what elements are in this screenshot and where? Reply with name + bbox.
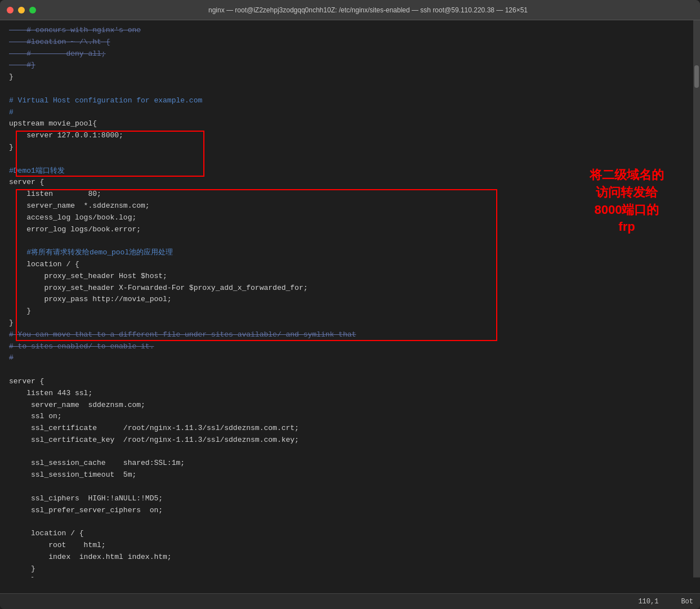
scrollbar-thumb[interactable]: [694, 65, 699, 88]
code-content: # concurs with nginx's one #location ~ /…: [9, 25, 684, 577]
content-area: # concurs with nginx's one #location ~ /…: [0, 20, 700, 593]
window-title: nginx — root@iZ2zehpj3zodgqq0nchh10Z: /e…: [43, 6, 693, 14]
maximize-button[interactable]: [29, 7, 36, 14]
terminal-window: nginx — root@iZ2zehpj3zodgqq0nchh10Z: /e…: [0, 0, 700, 609]
title-bar: nginx — root@iZ2zehpj3zodgqq0nchh10Z: /e…: [0, 0, 700, 20]
cursor-position: 110,1: [638, 598, 658, 606]
close-button[interactable]: [7, 7, 14, 14]
annotation-text: 将二级域名的访问转发给8000端口的frp: [587, 167, 666, 236]
minimize-button[interactable]: [18, 7, 25, 14]
code-editor[interactable]: # concurs with nginx's one #location ~ /…: [0, 20, 693, 577]
editor-mode: Bot: [681, 598, 693, 606]
traffic-lights: [7, 7, 36, 14]
scrollbar[interactable]: [693, 20, 700, 577]
status-bar: 110,1 Bot: [0, 593, 700, 609]
